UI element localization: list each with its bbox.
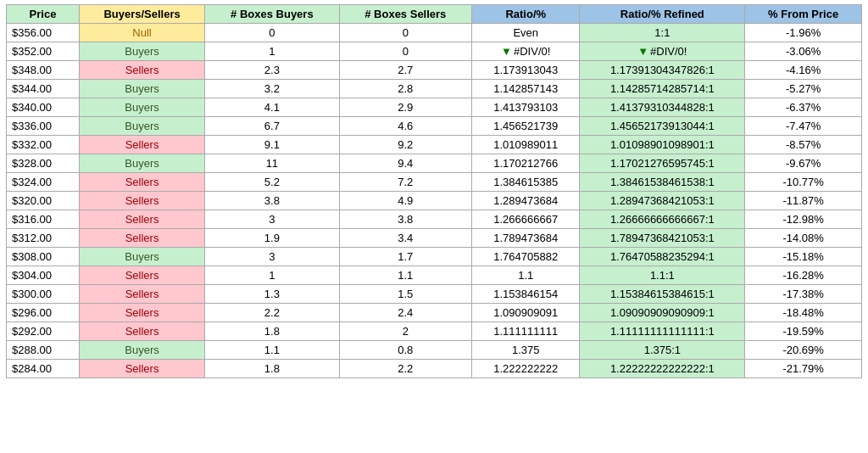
header-boxes-sellers: # Boxes Sellers: [339, 5, 471, 24]
cell-from-price-18: -21.79%: [745, 360, 862, 378]
cell-price-12: $308.00: [7, 248, 80, 266]
cell-buyers-sellers-4: Buyers: [80, 98, 205, 117]
cell-ratio-refined-15: 1.09090909090909:1: [580, 304, 745, 322]
cell-buyers-sellers-7: Buyers: [80, 154, 205, 173]
cell-from-price-13: -16.28%: [745, 266, 862, 285]
cell-price-17: $288.00: [7, 341, 80, 360]
cell-ratio-refined-0: 1:1: [580, 24, 745, 42]
cell-ratio-0: Even: [472, 24, 580, 42]
cell-ratio-10: 1.266666667: [472, 210, 580, 229]
cell-boxes-buyers-17: 1.1: [205, 341, 339, 360]
cell-price-0: $356.00: [7, 24, 80, 42]
cell-price-11: $312.00: [7, 229, 80, 248]
cell-ratio-1: ▼#DIV/0!: [472, 42, 580, 61]
cell-price-18: $284.00: [7, 360, 80, 378]
cell-ratio-refined-17: 1.375:1: [580, 341, 745, 360]
header-price: Price: [7, 5, 80, 24]
cell-boxes-sellers-18: 2.2: [339, 360, 471, 378]
cell-from-price-12: -15.18%: [745, 248, 862, 266]
cell-ratio-refined-11: 1.78947368421053:1: [580, 229, 745, 248]
cell-ratio-refined-9: 1.28947368421053:1: [580, 192, 745, 210]
cell-boxes-buyers-3: 3.2: [205, 80, 339, 98]
cell-boxes-buyers-10: 3: [205, 210, 339, 229]
cell-buyers-sellers-14: Sellers: [80, 285, 205, 304]
cell-boxes-buyers-11: 1.9: [205, 229, 339, 248]
cell-ratio-7: 1.170212766: [472, 154, 580, 173]
cell-ratio-4: 1.413793103: [472, 98, 580, 117]
cell-boxes-buyers-5: 6.7: [205, 117, 339, 136]
cell-boxes-buyers-13: 1: [205, 266, 339, 285]
cell-ratio-refined-8: 1.38461538461538:1: [580, 173, 745, 192]
cell-price-13: $304.00: [7, 266, 80, 285]
cell-buyers-sellers-16: Sellers: [80, 322, 205, 341]
cell-from-price-6: -8.57%: [745, 136, 862, 154]
cell-ratio-refined-2: 1.17391304347826:1: [580, 61, 745, 80]
header-boxes-buyers: # Boxes Buyers: [205, 5, 339, 24]
cell-buyers-sellers-2: Sellers: [80, 61, 205, 80]
cell-ratio-18: 1.222222222: [472, 360, 580, 378]
cell-buyers-sellers-8: Sellers: [80, 173, 205, 192]
cell-boxes-sellers-16: 2: [339, 322, 471, 341]
cell-price-8: $324.00: [7, 173, 80, 192]
cell-from-price-10: -12.98%: [745, 210, 862, 229]
cell-ratio-17: 1.375: [472, 341, 580, 360]
cell-price-9: $320.00: [7, 192, 80, 210]
cell-boxes-sellers-4: 2.9: [339, 98, 471, 117]
cell-boxes-buyers-6: 9.1: [205, 136, 339, 154]
cell-price-7: $328.00: [7, 154, 80, 173]
cell-from-price-7: -9.67%: [745, 154, 862, 173]
cell-boxes-sellers-1: 0: [339, 42, 471, 61]
cell-boxes-sellers-15: 2.4: [339, 304, 471, 322]
cell-buyers-sellers-12: Buyers: [80, 248, 205, 266]
header-from-price: % From Price: [745, 5, 862, 24]
cell-ratio-refined-1: ▼#DIV/0!: [580, 42, 745, 61]
cell-price-1: $352.00: [7, 42, 80, 61]
cell-price-14: $300.00: [7, 285, 80, 304]
cell-ratio-refined-18: 1.22222222222222:1: [580, 360, 745, 378]
cell-boxes-buyers-15: 2.2: [205, 304, 339, 322]
cell-boxes-sellers-12: 1.7: [339, 248, 471, 266]
cell-from-price-0: -1.96%: [745, 24, 862, 42]
cell-boxes-sellers-5: 4.6: [339, 117, 471, 136]
cell-boxes-sellers-14: 1.5: [339, 285, 471, 304]
cell-buyers-sellers-11: Sellers: [80, 229, 205, 248]
cell-boxes-buyers-8: 5.2: [205, 173, 339, 192]
cell-from-price-9: -11.87%: [745, 192, 862, 210]
cell-price-15: $296.00: [7, 304, 80, 322]
arrow-ratio-icon-1: ▼: [501, 45, 512, 58]
cell-from-price-1: -3.06%: [745, 42, 862, 61]
cell-ratio-refined-10: 1.26666666666667:1: [580, 210, 745, 229]
cell-ratio-refined-6: 1.01098901098901:1: [580, 136, 745, 154]
cell-ratio-11: 1.789473684: [472, 229, 580, 248]
cell-buyers-sellers-15: Sellers: [80, 304, 205, 322]
cell-price-10: $316.00: [7, 210, 80, 229]
cell-boxes-sellers-0: 0: [339, 24, 471, 42]
cell-from-price-11: -14.08%: [745, 229, 862, 248]
cell-buyers-sellers-9: Sellers: [80, 192, 205, 210]
cell-ratio-refined-14: 1.15384615384615:1: [580, 285, 745, 304]
cell-boxes-buyers-1: 1: [205, 42, 339, 61]
cell-boxes-buyers-4: 4.1: [205, 98, 339, 117]
cell-boxes-buyers-7: 11: [205, 154, 339, 173]
cell-from-price-4: -6.37%: [745, 98, 862, 117]
cell-boxes-sellers-11: 3.4: [339, 229, 471, 248]
header-buyers-sellers: Buyers/Sellers: [80, 5, 205, 24]
cell-ratio-refined-7: 1.17021276595745:1: [580, 154, 745, 173]
cell-boxes-buyers-16: 1.8: [205, 322, 339, 341]
cell-ratio-12: 1.764705882: [472, 248, 580, 266]
arrow-refined-icon-1: ▼: [637, 45, 648, 58]
cell-ratio-refined-3: 1.14285714285714:1: [580, 80, 745, 98]
cell-from-price-16: -19.59%: [745, 322, 862, 341]
cell-ratio-15: 1.090909091: [472, 304, 580, 322]
cell-boxes-sellers-2: 2.7: [339, 61, 471, 80]
cell-ratio-13: 1.1: [472, 266, 580, 285]
cell-boxes-sellers-3: 2.8: [339, 80, 471, 98]
cell-price-16: $292.00: [7, 322, 80, 341]
cell-ratio-8: 1.384615385: [472, 173, 580, 192]
cell-price-4: $340.00: [7, 98, 80, 117]
cell-ratio-5: 1.456521739: [472, 117, 580, 136]
cell-price-3: $344.00: [7, 80, 80, 98]
cell-ratio-16: 1.111111111: [472, 322, 580, 341]
cell-ratio-9: 1.289473684: [472, 192, 580, 210]
cell-buyers-sellers-6: Sellers: [80, 136, 205, 154]
